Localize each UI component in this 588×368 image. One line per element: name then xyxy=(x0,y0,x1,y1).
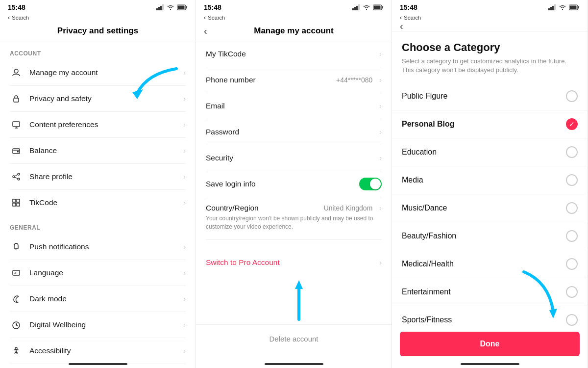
back-nav-1[interactable]: ‹ Search xyxy=(0,14,196,23)
svg-rect-19 xyxy=(16,243,17,244)
svg-rect-31 xyxy=(374,6,381,9)
wifi-icon-2 xyxy=(363,4,370,10)
save-login-item[interactable]: Save login info xyxy=(196,171,392,197)
battery-icon-3 xyxy=(569,4,580,10)
svg-rect-6 xyxy=(178,6,185,9)
done-button[interactable]: Done xyxy=(400,332,580,356)
manage-account-item[interactable]: Manage my account › xyxy=(0,60,196,85)
email-item[interactable]: Email › xyxy=(196,93,392,119)
nav-back-2[interactable]: ‹ xyxy=(204,26,207,37)
radio-1[interactable]: ✓ xyxy=(566,118,578,130)
category-item-personal-blog[interactable]: Personal Blog ✓ xyxy=(392,110,588,138)
delete-account-item[interactable]: Delete account xyxy=(196,324,392,358)
cat-name-3: Media xyxy=(402,176,423,184)
chevron-content: › xyxy=(183,121,186,129)
push-notifications-item[interactable]: Push notifications › xyxy=(0,234,196,260)
language-item[interactable]: A Language › xyxy=(0,260,196,286)
radio-8[interactable] xyxy=(566,314,578,326)
chevron-password: › xyxy=(379,128,382,136)
time-2: 15:48 xyxy=(204,3,221,11)
radio-2[interactable] xyxy=(566,146,578,158)
accessibility-label: Accessibility xyxy=(29,346,179,355)
cat-name-4: Music/Dance xyxy=(402,204,447,212)
status-bar-3: 15:48 xyxy=(392,0,588,14)
cat-name-6: Medical/Health xyxy=(402,260,454,268)
chevron-dark: › xyxy=(183,295,186,303)
bell-icon xyxy=(10,242,23,251)
save-login-toggle[interactable] xyxy=(359,178,382,190)
back-arrow-icon-1: ‹ xyxy=(8,14,10,21)
radio-3[interactable] xyxy=(566,174,578,186)
chevron-email: › xyxy=(379,102,382,110)
status-bar-2: 15:48 xyxy=(196,0,392,14)
nav-bar-3: ‹ xyxy=(392,23,588,31)
svg-rect-33 xyxy=(548,8,550,10)
svg-point-13 xyxy=(18,178,20,180)
balance-item[interactable]: Balance › xyxy=(0,138,196,163)
radio-5[interactable] xyxy=(566,230,578,242)
svg-rect-8 xyxy=(14,98,19,102)
my-tikcode-item[interactable]: My TikCode › xyxy=(196,41,392,67)
time-3: 15:48 xyxy=(400,3,417,11)
cat-name-0: Public Figure xyxy=(402,92,447,101)
language-label: Language xyxy=(29,268,179,277)
chevron-phone: › xyxy=(379,76,382,84)
svg-rect-16 xyxy=(17,199,20,202)
content-pref-item[interactable]: Content preferences › xyxy=(0,112,196,137)
svg-rect-28 xyxy=(358,4,360,10)
privacy-safety-item[interactable]: Privacy and safety › xyxy=(0,86,196,111)
share-profile-item[interactable]: Share profile › xyxy=(0,164,196,189)
back-nav-3[interactable]: ‹ Search xyxy=(392,14,588,23)
svg-rect-30 xyxy=(382,6,383,9)
back-nav-2[interactable]: ‹ Search xyxy=(196,14,392,23)
svg-rect-36 xyxy=(554,4,556,10)
radio-7[interactable] xyxy=(566,286,578,298)
phone-number-item[interactable]: Phone number +44*****080 › xyxy=(196,67,392,93)
country-region-item[interactable]: Country/Region United Kingdom › Your cou… xyxy=(196,197,392,239)
svg-rect-3 xyxy=(162,4,164,10)
radio-4[interactable] xyxy=(566,202,578,214)
category-item-beauty-fashion[interactable]: Beauty/Fashion xyxy=(392,222,588,250)
category-item-education[interactable]: Education xyxy=(392,138,588,166)
home-indicator-1 xyxy=(69,363,127,365)
security-label: Security xyxy=(206,154,375,162)
content-pref-label: Content preferences xyxy=(29,120,179,129)
category-list[interactable]: Public Figure Personal Blog ✓ Education … xyxy=(392,82,588,327)
account-scroll[interactable]: My TikCode › Phone number +44*****080 › … xyxy=(196,41,392,368)
switch-to-pro-item[interactable]: Switch to Pro Account › xyxy=(196,250,392,275)
general-section-header: GENERAL xyxy=(0,215,196,234)
category-item-public-figure[interactable]: Public Figure xyxy=(392,82,588,110)
svg-point-23 xyxy=(15,347,17,349)
nav-back-3[interactable]: ‹ xyxy=(400,21,403,32)
settings-scroll[interactable]: ACCOUNT Manage my account › Privacy and … xyxy=(0,41,196,368)
category-item-sports-fitness[interactable]: Sports/Fitness xyxy=(392,306,588,327)
svg-rect-5 xyxy=(186,6,187,9)
radio-6[interactable] xyxy=(566,258,578,270)
accessibility-item[interactable]: Accessibility › xyxy=(0,338,196,364)
svg-rect-35 xyxy=(552,6,554,10)
accessibility-icon xyxy=(10,346,23,355)
svg-rect-1 xyxy=(158,7,160,10)
digital-wellbeing-label: Digital Wellbeing xyxy=(29,320,179,329)
chevron-tikcode: › xyxy=(183,199,186,207)
digital-wellbeing-item[interactable]: Digital Wellbeing › xyxy=(0,312,196,338)
category-item-music-dance[interactable]: Music/Dance xyxy=(392,194,588,222)
svg-text:A: A xyxy=(14,271,17,275)
dark-mode-item[interactable]: Dark mode › xyxy=(0,286,196,312)
radio-0[interactable] xyxy=(566,90,578,102)
chevron-wellbeing: › xyxy=(183,321,186,329)
tikcode-item[interactable]: TikCode › xyxy=(0,190,196,215)
status-bar-1: 15:48 xyxy=(0,0,196,14)
security-item[interactable]: Security › xyxy=(196,145,392,171)
category-item-media[interactable]: Media xyxy=(392,166,588,194)
email-label: Email xyxy=(206,102,375,110)
monitor-icon xyxy=(10,120,23,129)
wifi-icon-1 xyxy=(167,4,174,10)
lock-icon xyxy=(10,94,23,103)
nav-title-1: Privacy and settings xyxy=(57,26,138,36)
category-item-entertainment[interactable]: Entertainment xyxy=(392,278,588,306)
category-item-medical-health[interactable]: Medical/Health xyxy=(392,250,588,278)
tikcode-label: TikCode xyxy=(29,198,179,207)
password-item[interactable]: Password › xyxy=(196,119,392,145)
chevron-tikcode2: › xyxy=(379,50,382,58)
